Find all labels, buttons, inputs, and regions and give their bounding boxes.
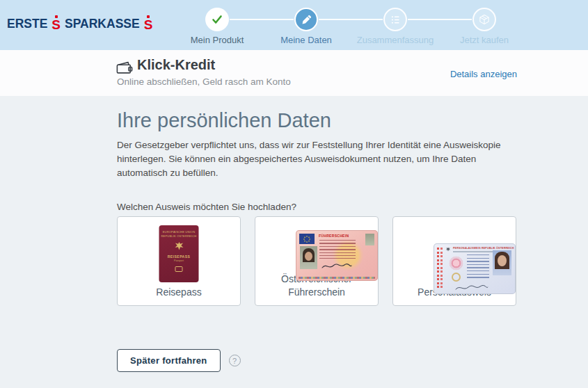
signature-scribble [454, 284, 489, 292]
eagle-emblem-icon [445, 247, 451, 252]
help-icon[interactable]: ? [229, 355, 241, 366]
step-zusammenfassung: Zusammenfassung [351, 8, 440, 45]
pencil-icon [301, 14, 312, 26]
step-mein-produkt[interactable]: Mein Produkt [173, 8, 262, 45]
logo-sparkasse-text: SPARKASSE [65, 16, 140, 31]
passport-chip-symbol [175, 266, 183, 272]
license-photo-small [365, 234, 374, 245]
description-line: automatisch zu befüllen. [117, 166, 588, 180]
signature-scribble [321, 261, 353, 271]
id-card-image: PERSONALAUSWEIS REPUBLIK ÖSTERREICH [434, 243, 516, 294]
step-circle [294, 8, 318, 31]
step-circle [205, 8, 229, 31]
step-label: Meine Daten [280, 35, 332, 45]
page-title: Ihre persönlichen Daten [117, 109, 588, 132]
header: ERSTE S SPARKASSE S Mein Produkt [0, 0, 588, 50]
license-micro-text: FÜHRERSCHEIN [319, 234, 349, 238]
id-card-red-dashes [440, 248, 443, 290]
sparkasse-s-icon: S [144, 16, 153, 33]
progress-stepper: Mein Produkt Meine Daten [173, 8, 529, 47]
logo-erste-text: ERSTE [7, 16, 47, 31]
spaeter-fortfahren-button[interactable]: Später fortfahren [117, 349, 221, 372]
license-data-lines [319, 240, 356, 259]
footer-actions: Später fortfahren ? [117, 349, 588, 372]
id-card-photo [493, 250, 511, 275]
product-bar: Klick-Kredit Online abschließen, Geld ra… [0, 50, 588, 96]
description-line: Der Gesetzgeber verpflichtet uns, dass w… [117, 138, 588, 152]
upload-question: Welchen Ausweis möchten Sie hochladen? [117, 202, 588, 212]
step-circle [472, 8, 496, 31]
step-label: Mein Produkt [191, 35, 244, 45]
sparkasse-s-icon: S [51, 16, 61, 33]
description-line: hinterlegen. Sie können ein abgespeicher… [117, 152, 588, 166]
eu-flag-icon [299, 234, 315, 244]
step-meine-daten[interactable]: Meine Daten [262, 8, 351, 45]
check-icon [210, 13, 224, 26]
card-personalausweis[interactable]: PERSONALAUSWEIS REPUBLIK ÖSTERREICH Pers… [392, 216, 516, 306]
id-card-red-dashes [437, 248, 439, 290]
product-title: Klick-Kredit [137, 57, 215, 73]
list-icon [390, 14, 402, 26]
step-label: Zusammenfassung [357, 35, 434, 45]
license-photo [300, 246, 317, 269]
main-content: Ihre persönlichen Daten Der Gesetzgeber … [0, 96, 588, 372]
step-label: Jetzt kaufen [460, 35, 509, 45]
id-card-micro-text: PERSONALAUSWEIS REPUBLIK ÖSTERREICH [453, 247, 514, 250]
drivers-license-image: FÜHRERSCHEIN [296, 230, 378, 281]
id-card-gold-seal [452, 273, 461, 282]
card-reisepass[interactable]: EUROPÄISCHE UNION REPUBLIK ÖSTERREICH RE… [117, 216, 241, 306]
details-anzeigen-link[interactable]: Details anzeigen [450, 69, 517, 79]
bank-logo[interactable]: ERSTE S SPARKASSE S [7, 16, 152, 33]
package-icon [478, 13, 491, 26]
product-subtitle: Online abschließen, Geld rasch am Konto [117, 76, 291, 87]
passport-micro-text: Passport [174, 259, 184, 262]
id-card-data-lines [467, 254, 489, 278]
passport-image: EUROPÄISCHE UNION REPUBLIK ÖSTERREICH RE… [159, 225, 199, 282]
wallet-icon [116, 60, 133, 74]
step-jetzt-kaufen: Jetzt kaufen [440, 8, 529, 45]
license-security-strip [299, 277, 375, 279]
document-card-row: EUROPÄISCHE UNION REPUBLIK ÖSTERREICH RE… [117, 216, 588, 306]
step-circle [383, 8, 407, 31]
passport-micro-text: REPUBLIK ÖSTERREICH [161, 234, 197, 239]
passport-micro-text: REISEPASS [168, 254, 191, 259]
legal-description: Der Gesetzgeber verpflichtet uns, dass w… [117, 138, 588, 180]
card-fuehrerschein[interactable]: FÜHRERSCHEIN Österreichischer Führersche… [255, 216, 379, 306]
id-card-rosette [448, 255, 464, 271]
eagle-emblem-icon [173, 241, 184, 251]
card-label: Reisepass [156, 286, 201, 299]
